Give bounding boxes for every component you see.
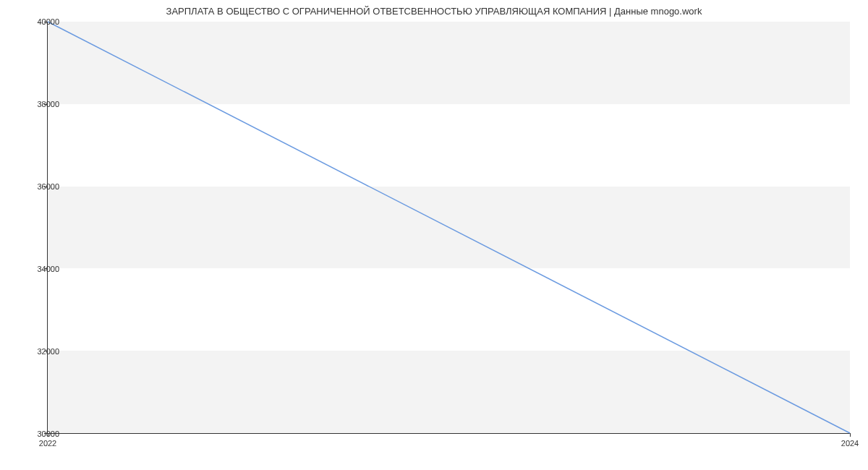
plot-area: 2022 2024 (47, 22, 850, 434)
data-line (48, 22, 850, 433)
y-tick-label: 34000 (23, 265, 59, 273)
x-tick-label: 2024 (841, 439, 859, 448)
chart-container: 2022 2024 (47, 22, 850, 434)
y-tick-label: 32000 (23, 347, 59, 356)
y-tick-label: 30000 (23, 430, 59, 438)
x-tick-mark (850, 433, 851, 437)
y-tick-label: 40000 (23, 17, 59, 26)
y-tick-label: 38000 (23, 100, 59, 108)
chart-title: ЗАРПЛАТА В ОБЩЕСТВО С ОГРАНИЧЕННОЙ ОТВЕТ… (0, 0, 868, 20)
y-tick-label: 36000 (23, 182, 59, 191)
chart-line-svg (48, 22, 850, 433)
x-tick-label: 2022 (39, 439, 56, 448)
